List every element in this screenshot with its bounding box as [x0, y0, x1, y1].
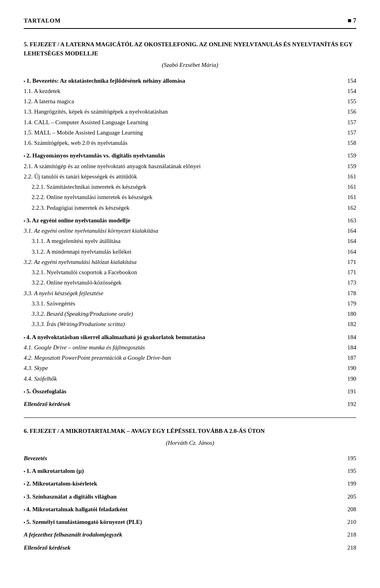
toc-page: 154 — [342, 87, 356, 96]
toc-page: 161 — [342, 172, 356, 181]
toc-label: 3.1. Az egyéni online nyelvtanulási körn… — [24, 226, 342, 235]
toc-entry: 4.4. Szófelhők190 — [24, 374, 356, 383]
toc-label: 1.3. Hangrögzítés, képek és számítógépek… — [24, 107, 342, 116]
toc-entry: 3.3.2. Beszéd (Speaking/Produzione orale… — [24, 309, 356, 319]
toc-label: 3. Színhasználat a digitális világban — [24, 492, 342, 501]
toc-entry: 1.2. A laterna magica155 — [24, 97, 356, 106]
toc-page: 187 — [342, 353, 356, 362]
toc-page: 218 — [342, 530, 356, 539]
toc-page: 199 — [342, 479, 356, 488]
toc-page: 157 — [342, 128, 356, 137]
toc-entry: 5. Összefoglalás191 — [24, 385, 356, 396]
toc-page: 195 — [342, 467, 356, 476]
toc-page: 208 — [342, 505, 356, 514]
toc-entry: 1.3. Hangrögzítés, képek és számítógépek… — [24, 107, 356, 116]
toc-entry: 1.6. Számítógépek, web 2.0 és nyelvtanul… — [24, 138, 356, 148]
toc-page: 182 — [342, 320, 356, 329]
toc-label: 1.6. Számítógépek, web 2.0 és nyelvtanul… — [24, 138, 342, 148]
toc-page: 173 — [342, 278, 356, 287]
section-separator — [24, 417, 356, 418]
toc-label: 2.2.2. Online nyelvtanulási ismeretek és… — [24, 193, 342, 202]
toc-entry: 3.1.1. A megjelenítési nyelv átállítása1… — [24, 237, 356, 246]
toc-entry: 3. Az egyéni online nyelvtanulás modellj… — [24, 214, 356, 225]
toc-label: 5. Személyi tanulástámogató környezet (P… — [24, 518, 342, 527]
toc-label: 2.2.3. Pedagógiai ismeretek és készségek — [24, 203, 342, 212]
toc-entry: 3.2.2. Online nyelvtanuló-közösségek173 — [24, 278, 356, 287]
toc-page: 190 — [342, 364, 356, 373]
toc-entry: 3.2. Az egyéni nyelvtanulási hálózat kia… — [24, 258, 356, 267]
toc-page: 161 — [342, 182, 356, 192]
toc-label: 1.2. A laterna magica — [24, 97, 342, 106]
toc-page: 171 — [342, 258, 356, 267]
toc-page: 180 — [342, 309, 356, 319]
toc-label: 1.5. MALL – Mobile Assisted Language Lea… — [24, 128, 342, 137]
toc-entry: 3.1. Az egyéni online nyelvtanulási körn… — [24, 226, 356, 235]
toc-label: Bevezetés — [24, 454, 342, 463]
toc-label: 3.1.1. A megjelenítési nyelv átállítása — [24, 237, 342, 246]
toc-entry: 4.3. Skype190 — [24, 364, 356, 373]
toc-entry: 1. Bevezetés: Az oktatástechnika fejlődé… — [24, 74, 356, 85]
toc-entry: 2.2.1. Számítástechnikai ismeretek és ké… — [24, 182, 356, 192]
toc-page: 184 — [342, 343, 356, 352]
toc-label: Ellenőrző kérdések — [24, 400, 342, 409]
toc-label: 3. Az egyéni online nyelvtanulás modellj… — [24, 216, 342, 225]
toc-entry: 1.1. A kezdetek154 — [24, 87, 356, 96]
toc-label: 4.1. Google Drive – online munka és fájl… — [24, 343, 342, 352]
header-bar: TARTALOM ■ 7 — [24, 16, 356, 29]
toc-page: 159 — [342, 162, 356, 171]
toc-entry: 3.3. A nyelvi készségek fejlesztése178 — [24, 289, 356, 298]
toc-page: 163 — [342, 216, 356, 225]
toc-page: 155 — [342, 97, 356, 106]
toc-label: 4.4. Szófelhők — [24, 374, 342, 383]
header-title: TARTALOM — [24, 16, 61, 25]
chapter-subtitle: (Szabó Erzsébet Mária) — [24, 61, 356, 70]
toc-entry: 1.5. MALL – Mobile Assisted Language Lea… — [24, 128, 356, 137]
header-page: ■ 7 — [348, 16, 356, 26]
toc-entry: 3. Színhasználat a digitális világban205 — [24, 490, 356, 501]
toc-label: 3.2.2. Online nyelvtanuló-közösségek — [24, 278, 342, 287]
toc-page: 210 — [342, 518, 356, 527]
toc-label: 3.3.3. Írás (Writing/Produzione scritta) — [24, 320, 342, 329]
toc-entry: Ellenőrző kérdések218 — [24, 541, 356, 552]
toc-entry: 2.2.3. Pedagógiai ismeretek és készségek… — [24, 203, 356, 212]
toc-page: 191 — [342, 387, 356, 396]
toc-entry: 2.1. A számítógép és az online nyelvokta… — [24, 162, 356, 171]
toc-page: 164 — [342, 226, 356, 235]
chapter-heading: 5. FEJEZET / A LATERNA MAGICÁTÓL AZ OKOS… — [24, 40, 356, 59]
toc-label: 2.2.1. Számítástechnikai ismeretek és ké… — [24, 182, 342, 192]
toc-entry: 4.2. Megosztott PowerPoint prezentációk … — [24, 353, 356, 362]
toc-page: 158 — [342, 138, 356, 148]
toc-entry: 3.2.1. Nyelvtanulói csoportok a Facebook… — [24, 268, 356, 277]
toc-label: 2.2. Új tanulói és tanári képességek és … — [24, 172, 342, 181]
toc-entry: 4. A nyelvoktatásban sikerrel alkalmazha… — [24, 330, 356, 342]
toc-label: 4.3. Skype — [24, 364, 342, 373]
toc-label: 4. A nyelvoktatásban sikerrel alkalmazha… — [24, 333, 342, 342]
toc-entry: 2. Hagyományos nyelvtanulás vs. digitáli… — [24, 149, 356, 160]
toc-page: 178 — [342, 289, 356, 298]
toc-page: 156 — [342, 107, 356, 116]
toc-label: 1.4. CALL – Computer Assisted Language L… — [24, 118, 342, 127]
toc-page: 164 — [342, 247, 356, 256]
toc-page: 164 — [342, 237, 356, 246]
toc-page: 159 — [342, 151, 356, 160]
toc-entry: 4. Mikrotartalmak hallgatói feladatként2… — [24, 503, 356, 514]
toc-entry: 5. Személyi tanulástámogató környezet (P… — [24, 515, 356, 527]
toc-label: 3.3.1. Szövegértés — [24, 299, 342, 308]
toc-label: 3.1.2. A mindennapi nyelvtanulás kelléke… — [24, 247, 342, 256]
chapter-subtitle: (Horváth Cz. János) — [24, 438, 356, 448]
toc-page: 184 — [342, 333, 356, 342]
toc-entry: 3.1.2. A mindennapi nyelvtanulás kelléke… — [24, 247, 356, 256]
toc-entry: Bevezetés195 — [24, 451, 356, 463]
toc-entry: A fejezethez felhasznált irodalomjegyzék… — [24, 528, 356, 539]
toc-page: 162 — [342, 203, 356, 212]
toc-entry: 2. Mikrotartalom-kísérletek199 — [24, 477, 356, 488]
toc-label: Ellenőrző kérdések — [24, 543, 342, 552]
toc-label: 2. Hagyományos nyelvtanulás vs. digitáli… — [24, 151, 342, 160]
toc-label: A fejezethez felhasznált irodalomjegyzék — [24, 530, 342, 539]
toc-page: 192 — [342, 400, 356, 409]
toc-entry: 1.4. CALL – Computer Assisted Language L… — [24, 118, 356, 127]
toc-label: 4. Mikrotartalmak hallgatói feladatként — [24, 505, 342, 514]
toc-label: 3.2.1. Nyelvtanulói csoportok a Facebook… — [24, 268, 342, 277]
toc-label: 3.3. A nyelvi készségek fejlesztése — [24, 289, 342, 298]
toc-label: 1.1. A kezdetek — [24, 87, 342, 96]
